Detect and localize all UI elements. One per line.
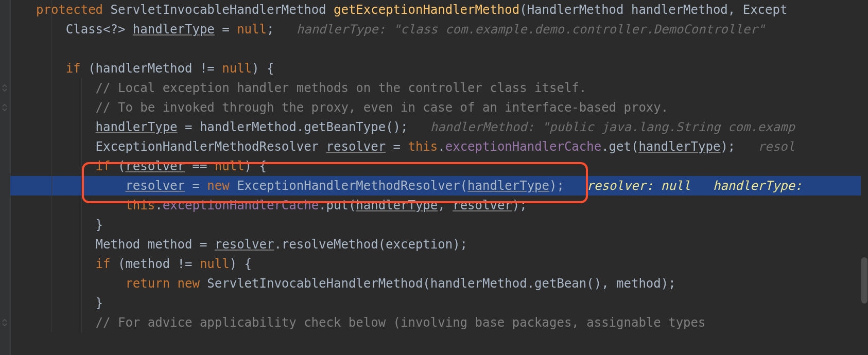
indent-guide — [81, 117, 82, 137]
token-type: Method method = — [36, 237, 215, 252]
code-line[interactable]: if (method != null) { — [10, 254, 861, 274]
token-type: = handlerMethod.getBeanType(); — [178, 120, 430, 134]
token-mut2: resolver — [125, 159, 185, 173]
token-kw: null — [222, 61, 252, 76]
token-type — [36, 159, 96, 173]
indent-guide — [81, 235, 82, 254]
override-icon[interactable] — [1, 104, 8, 111]
indent-guide — [51, 215, 52, 235]
token-type: == — [185, 159, 215, 173]
code-line[interactable]: resolver = new ExceptionHandlerMethodRes… — [10, 176, 861, 196]
token-kw: if — [66, 61, 88, 76]
token-type: ServletInvocableHandlerMethod — [111, 3, 334, 17]
indent-guide — [81, 215, 82, 235]
indent-guide — [51, 156, 52, 176]
code-line[interactable]: Method method = resolver.resolveMethod(e… — [10, 235, 861, 254]
code-line[interactable]: this.exceptionHandlerCache.put(handlerTy… — [10, 196, 861, 215]
token-type — [36, 61, 66, 76]
token-type: Class<?> — [36, 22, 133, 37]
token-kw: this — [408, 139, 438, 154]
code-editor[interactable]: protected ServletInvocableHandlerMethod … — [0, 0, 868, 355]
code-line[interactable]: // To be invoked through the proxy, even… — [10, 98, 861, 117]
token-kw: this — [125, 198, 155, 212]
token-type: = — [185, 179, 207, 193]
token-type: ); — [549, 179, 586, 193]
token-mut2: handlerType — [133, 22, 215, 37]
code-line[interactable]: // Local exception handler methods on th… — [10, 78, 861, 98]
token-mut2: handlerType — [638, 139, 720, 154]
token-kw: null — [237, 22, 267, 37]
indent-guide — [81, 196, 82, 215]
code-line[interactable]: if (handlerMethod != null) { — [10, 59, 861, 78]
code-line[interactable]: if (resolver == null) { — [10, 156, 861, 176]
scrollbar-track[interactable] — [861, 0, 868, 355]
token-kw: if — [96, 159, 118, 173]
token-type: ); — [720, 139, 757, 154]
token-type: (handlerMethod != — [88, 61, 222, 76]
indent-guide — [51, 0, 52, 20]
code-line[interactable]: protected ServletInvocableHandlerMethod … — [10, 0, 861, 20]
token-type: (method != — [118, 257, 200, 271]
token-field: exceptionHandlerCache — [445, 139, 601, 154]
token-cmt: // Local exception handler methods on th… — [96, 81, 587, 95]
indent-guide — [51, 59, 52, 78]
token-kw: return new — [125, 276, 207, 291]
code-line[interactable]: // For advice applicability check below … — [10, 313, 861, 332]
token-kw: if — [96, 257, 118, 271]
token-type: ) { — [245, 159, 267, 173]
token-field: exceptionHandlerCache — [163, 198, 319, 212]
scrollbar-thumb[interactable] — [861, 257, 867, 304]
code-lines[interactable]: protected ServletInvocableHandlerMethod … — [10, 0, 861, 332]
token-type: } — [36, 218, 103, 232]
indent-guide — [81, 176, 82, 196]
token-type — [36, 42, 43, 56]
token-type — [36, 198, 125, 212]
token-kw: null — [200, 257, 230, 271]
token-kw: null — [215, 159, 245, 173]
indent-guide — [51, 196, 52, 215]
token-type — [36, 315, 96, 330]
token-type: } — [36, 296, 103, 310]
code-line[interactable]: ExceptionHandlerMethodResolver resolver … — [10, 137, 861, 156]
indent-guide — [51, 313, 52, 332]
token-type — [36, 276, 125, 291]
token-mut2: handlerType — [467, 179, 549, 193]
override-icon[interactable] — [1, 319, 8, 326]
token-inline-hint: handlerType: "class com.example.demo.con… — [297, 22, 765, 37]
indent-guide — [51, 137, 52, 156]
token-mut2: handlerType — [356, 198, 438, 212]
override-icon[interactable] — [1, 84, 8, 92]
token-type: , — [438, 198, 453, 212]
code-line[interactable]: Class<?> handlerType = null; handlerType… — [10, 20, 861, 39]
token-type: ); — [512, 198, 527, 212]
token-type: = — [215, 22, 237, 37]
indent-guide — [81, 156, 82, 176]
code-line[interactable]: return new ServletInvocableHandlerMethod… — [10, 274, 861, 293]
token-cmt: // For advice applicability check below … — [96, 315, 706, 330]
token-mut2: resolver — [215, 237, 274, 252]
indent-guide — [51, 274, 52, 293]
token-inline-hint-hl: resolver: null handlerType: — [586, 179, 802, 193]
token-type: .get( — [601, 139, 638, 154]
indent-guide — [51, 235, 52, 254]
token-type — [36, 257, 96, 271]
token-mut2: resolver — [125, 179, 185, 193]
token-mut2: handlerType — [96, 120, 178, 134]
indent-guide — [51, 98, 52, 117]
code-line[interactable]: } — [10, 215, 861, 235]
token-cmt: // To be invoked through the proxy, even… — [96, 100, 669, 115]
code-line[interactable] — [10, 39, 861, 59]
indent-guide — [51, 176, 52, 196]
token-mut2: resolver — [453, 198, 512, 212]
token-type: = — [386, 139, 408, 154]
token-type: (HandlerMethod handlerMethod, Except — [519, 3, 787, 17]
code-line[interactable]: handlerType = handlerMethod.getBeanType(… — [10, 117, 861, 137]
indent-guide — [51, 20, 52, 39]
token-mut2: resolver — [326, 139, 386, 154]
code-line[interactable]: } — [10, 293, 861, 313]
indent-guide — [51, 117, 52, 137]
token-type: ExceptionHandlerMethodResolver — [36, 139, 326, 154]
token-type — [36, 179, 125, 193]
indent-guide — [81, 274, 82, 293]
token-type — [36, 100, 96, 115]
